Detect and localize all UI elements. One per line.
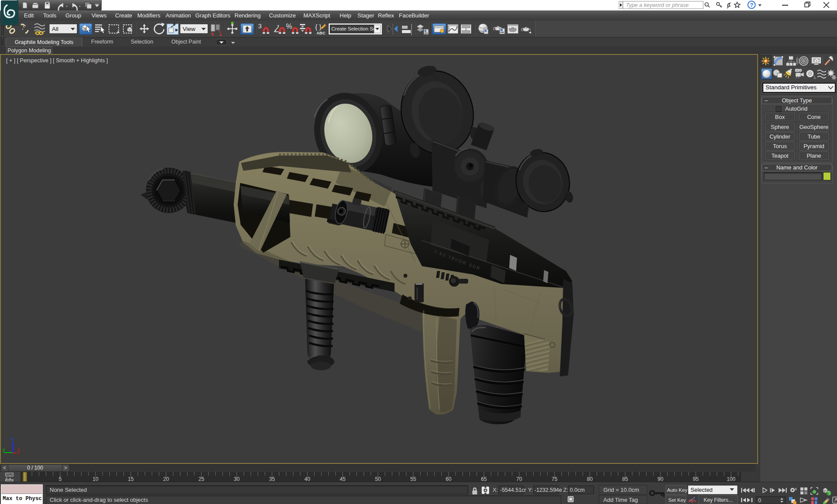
svg-text:Add Time Tag: Add Time Tag [603, 497, 638, 503]
svg-text:30: 30 [234, 476, 240, 482]
svg-text:±: ± [795, 487, 797, 491]
svg-text:100: 100 [727, 476, 735, 482]
svg-text:Key Filters...: Key Filters... [704, 497, 733, 503]
svg-text:X:: X: [493, 487, 498, 493]
svg-text:0: 0 [758, 497, 761, 504]
svg-text:80: 80 [587, 476, 593, 482]
svg-text:Grid = 10.0cm: Grid = 10.0cm [603, 487, 639, 493]
svg-text:55: 55 [410, 476, 416, 482]
svg-text:0.0cm: 0.0cm [570, 487, 585, 493]
svg-text:20: 20 [163, 476, 169, 482]
svg-text:y: y [3, 447, 5, 452]
svg-text:View: View [183, 26, 195, 32]
svg-text:45: 45 [340, 476, 346, 482]
svg-text:65: 65 [481, 476, 487, 482]
svg-text:5: 5 [59, 476, 62, 482]
svg-text:%: % [286, 23, 292, 30]
svg-text:z: z [11, 436, 14, 441]
svg-text:{ }: { } [315, 23, 321, 30]
svg-text:Selected: Selected [691, 487, 713, 493]
svg-text:10: 10 [92, 476, 99, 482]
svg-text:15: 15 [128, 476, 134, 482]
svg-text:All: All [52, 26, 58, 32]
svg-text:?: ? [750, 2, 753, 8]
svg-text:Auto Key: Auto Key [667, 487, 687, 493]
svg-text:60: 60 [446, 476, 452, 482]
svg-text:Create Selection Se: Create Selection Se [331, 26, 376, 31]
svg-text:Type a keyword or phrase: Type a keyword or phrase [626, 2, 689, 8]
svg-text:50: 50 [375, 476, 381, 482]
svg-text:x: x [17, 447, 20, 452]
svg-text:3: 3 [258, 22, 262, 30]
svg-text:70: 70 [516, 476, 522, 482]
svg-text:85: 85 [622, 476, 628, 482]
svg-text:40: 40 [304, 476, 310, 482]
svg-text:ABC: ABC [316, 30, 326, 35]
svg-text:Z:: Z: [563, 487, 568, 493]
svg-text:35: 35 [269, 476, 275, 482]
svg-text:Y:: Y: [528, 487, 533, 493]
svg-text:75: 75 [551, 476, 558, 482]
svg-text:25: 25 [198, 476, 204, 482]
svg-text:Set Key: Set Key [668, 497, 686, 503]
svg-text:-5544.51cr: -5544.51cr [500, 487, 526, 493]
svg-text:-1232.594е: -1232.594е [534, 487, 562, 493]
svg-text:90: 90 [657, 476, 663, 482]
svg-text:95: 95 [693, 476, 699, 482]
